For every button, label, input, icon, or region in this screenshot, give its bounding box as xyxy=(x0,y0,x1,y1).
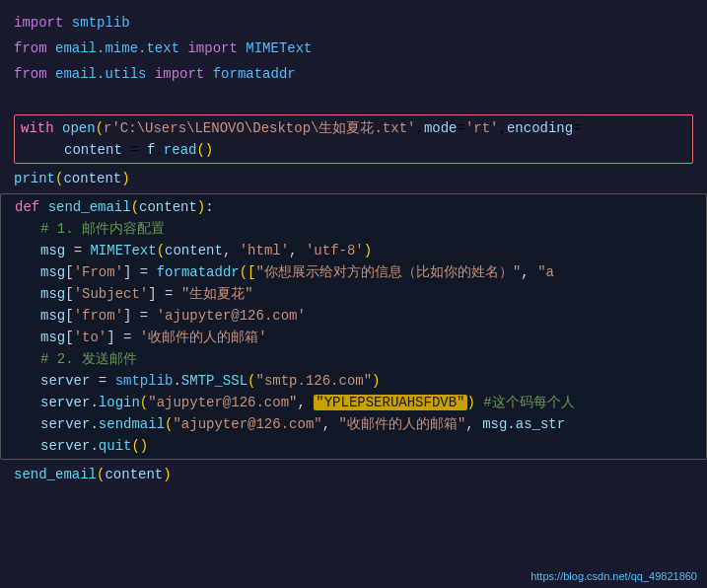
msg-from-line: msg['From'] = formataddr(["你想展示给对方的信息（比如… xyxy=(1,261,706,283)
comment-text-2: # 2. 发送邮件 xyxy=(40,351,137,367)
server-sendmail-line: server.sendmail("ajupyter@126.com", "收邮件… xyxy=(1,413,706,435)
msg-from2-line: msg['from'] = 'ajupyter@126.com' xyxy=(1,305,706,327)
mode-value: 'rt' xyxy=(465,120,499,136)
var-msg-as-str: msg.as_str xyxy=(482,416,565,432)
arg-utf8: 'utf-8' xyxy=(306,243,364,258)
var-server4: server xyxy=(40,438,90,454)
server-smtp-line: server = smtplib.SMTP_SSL("smtp.126.com"… xyxy=(1,370,706,392)
str-from-email: 'ajupyter@126.com' xyxy=(157,308,306,324)
str-email-a: "a xyxy=(537,264,554,280)
module-email-mime: email.mime.text xyxy=(55,40,179,56)
module-smtplib2: smtplib xyxy=(115,373,174,389)
str-to: 'to' xyxy=(74,330,107,345)
code-editor: import smtplib from email.mime.text impo… xyxy=(0,0,707,588)
var-server2: server xyxy=(40,395,90,410)
comment-2: # 2. 发送邮件 xyxy=(1,348,706,370)
comment-password: #这个码每个人 xyxy=(483,395,574,410)
builtin-open: open xyxy=(62,120,96,136)
module-mimetext: MIMEText xyxy=(246,40,312,56)
method-sendmail: sendmail xyxy=(99,416,165,432)
url-text: https://blog.csdn.net/qq_49821860 xyxy=(530,570,697,582)
str-login-email: "ajupyter@126.com" xyxy=(148,395,297,410)
str-display-name: "你想展示给对方的信息（比如你的姓名）" xyxy=(256,264,522,280)
def-line: def send_email(content): xyxy=(1,196,706,218)
code-blank-1 xyxy=(0,87,707,112)
with-line-1: with open(r'C:\Users\LENOVO\Desktop\生如夏花… xyxy=(15,117,692,139)
str-sendmail-to: "收邮件的人的邮箱" xyxy=(339,416,466,432)
var-msg4: msg xyxy=(40,308,65,324)
str-Subject: 'Subject' xyxy=(74,286,149,302)
code-line-3: from email.utils import formataddr xyxy=(0,61,707,87)
comment-1: # 1. 邮件内容配置 xyxy=(1,218,706,240)
keyword-from2: from xyxy=(14,66,47,82)
msg-mimetext-line: msg = MIMEText(content, 'html', 'utf-8') xyxy=(1,240,706,261)
builtin-print: print xyxy=(14,171,55,186)
with-line-2: content = f.read() xyxy=(15,139,692,161)
keyword-import3: import xyxy=(155,66,204,82)
arg-content-call: content xyxy=(105,467,163,482)
code-line-2: from email.mime.text import MIMEText xyxy=(0,36,707,61)
code-line-call: send_email(content) xyxy=(0,462,707,487)
keyword-def: def xyxy=(15,199,39,215)
code-line-1: import smtplib xyxy=(0,10,707,36)
str-sendmail-from: "ajupyter@126.com" xyxy=(173,416,321,432)
var-content2: content xyxy=(63,171,121,186)
code-line-print: print(content) xyxy=(0,166,707,191)
comment-text-1: # 1. 邮件内容配置 xyxy=(40,221,165,237)
url-bar: https://blog.csdn.net/qq_49821860 xyxy=(530,570,697,582)
module-smtplib: smtplib xyxy=(72,15,130,31)
func-mimetext: MIMEText xyxy=(90,243,156,258)
str-password-highlighted: "YPLEPSERUAHSFDVB" xyxy=(314,395,466,410)
str-From: 'From' xyxy=(74,264,123,280)
keyword-import2: import xyxy=(187,40,237,56)
func-smtp-ssl: SMTP_SSL xyxy=(181,373,247,389)
mode-param: mode xyxy=(424,120,458,136)
method-quit: quit xyxy=(99,438,132,454)
module-email-utils: email.utils xyxy=(55,66,146,82)
var-msg2: msg xyxy=(40,264,65,280)
str-subject-val: "生如夏花" xyxy=(181,286,253,302)
method-login: login xyxy=(99,395,140,410)
param-content: content xyxy=(139,199,197,215)
func-send-email: send_email xyxy=(48,199,131,215)
var-msg5: msg xyxy=(40,330,65,345)
var-msg3: msg xyxy=(40,286,65,302)
func-formataddr: formataddr xyxy=(157,264,240,280)
arg-html: 'html' xyxy=(240,243,289,258)
msg-subject-line: msg['Subject'] = "生如夏花" xyxy=(1,283,706,305)
var-server: server xyxy=(40,373,90,389)
server-login-line: server.login("ajupyter@126.com", "YPLEPS… xyxy=(1,392,706,413)
str-to-val: '收邮件的人的邮箱' xyxy=(140,330,267,345)
var-content: content xyxy=(64,142,122,158)
msg-to-line: msg['to'] = '收邮件的人的邮箱' xyxy=(1,327,706,348)
keyword-import: import xyxy=(14,15,63,31)
module-formataddr: formataddr xyxy=(213,66,296,82)
var-msg: msg xyxy=(40,243,65,258)
arg-content: content xyxy=(165,243,223,258)
encoding-param: encoding xyxy=(507,120,573,136)
method-read: read xyxy=(164,142,197,158)
file-path-str: r'C:\Users\LENOVO\Desktop\生如夏花.txt' xyxy=(104,120,415,136)
var-server3: server xyxy=(40,416,90,432)
keyword-with: with xyxy=(21,120,54,136)
server-quit-line: server.quit() xyxy=(1,435,706,457)
keyword-from: from xyxy=(14,40,47,56)
with-block: with open(r'C:\Users\LENOVO\Desktop\生如夏花… xyxy=(14,114,693,164)
def-send-email-block: def send_email(content): # 1. 邮件内容配置 msg… xyxy=(0,193,707,460)
call-send-email: send_email xyxy=(14,467,97,482)
str-from-lower: 'from' xyxy=(74,308,123,324)
str-smtp-host: "smtp.126.com" xyxy=(255,373,372,389)
